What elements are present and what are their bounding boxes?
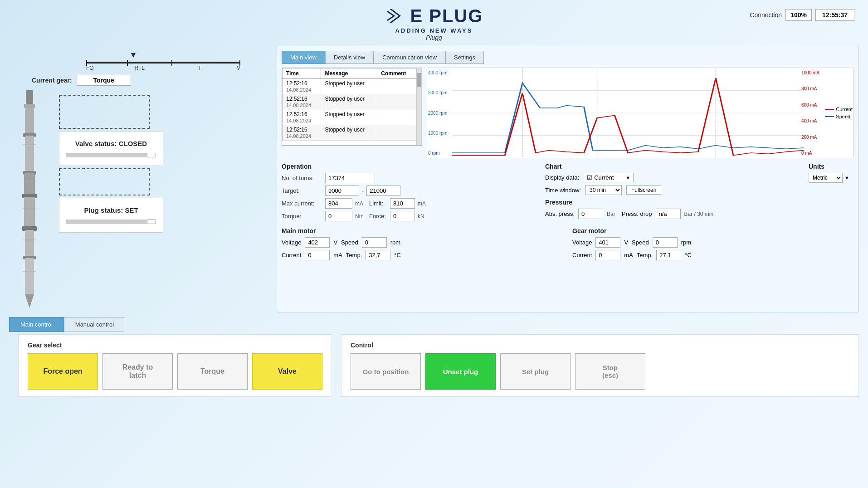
connection-time: 12:55:37 [815, 9, 854, 21]
target-label: Target: [282, 187, 322, 194]
eplug-logo-icon [385, 5, 408, 27]
limit-unit: mA [418, 200, 429, 207]
gear-motor-voltage-unit: V [624, 239, 628, 246]
svg-rect-2 [25, 108, 34, 136]
ctrl-btn-stop[interactable]: Stop(esc) [575, 353, 645, 390]
target-min-input[interactable] [325, 185, 359, 196]
gear-motor-voltage-input[interactable] [595, 237, 620, 248]
no-of-turns-input[interactable] [325, 173, 375, 183]
main-motor-temp-input[interactable] [366, 250, 390, 260]
logo-subtitle: Plugg [426, 34, 442, 41]
target-row: Target: - [282, 185, 536, 196]
log-cell-time: 12:52:1614.08.2024 [283, 110, 321, 125]
log-cell-comment [377, 79, 416, 95]
display-data-select[interactable]: ☑ Current ▼ [584, 173, 634, 182]
time-window-select[interactable]: 30 min [585, 185, 622, 195]
log-wrapper: Time Message Comment 12:52:1614.08.2024S… [282, 68, 422, 146]
main-motor-current-label: Current [282, 252, 301, 259]
gear-btn-valve[interactable]: Valve [252, 353, 322, 390]
logo-top: E PLUG [385, 5, 483, 27]
force-input[interactable] [390, 211, 415, 221]
gear-motor-voltage-label: Voltage [572, 239, 592, 246]
max-current-row: Max current: mA Limit: mA [282, 198, 536, 209]
content-area: Time Message Comment 12:52:1614.08.2024S… [282, 68, 854, 158]
tab-main-view[interactable]: Main view [282, 51, 325, 64]
operations-controls-area: Operation No. of turns: Target: - Max cu… [282, 163, 854, 224]
chart-y-left-1000: 1000 rpm [428, 131, 453, 136]
chart-display-row: Display data: ☑ Current ▼ [545, 173, 800, 182]
log-section: Time Message Comment 12:52:1614.08.2024S… [282, 68, 422, 158]
gear-label-fo: FO [86, 65, 94, 71]
force-unit: kN [418, 213, 429, 220]
svg-rect-0 [26, 90, 33, 104]
valve-status-title: Valve status: CLOSED [66, 140, 156, 147]
tab-settings[interactable]: Settings [445, 51, 484, 64]
display-data-checkbox-icon: ☑ [587, 174, 592, 181]
abs-press-input[interactable] [578, 209, 603, 219]
log-col-comment: Comment [377, 68, 416, 79]
legend-speed-line [825, 116, 834, 117]
ctrl-btn-unset-plug[interactable]: Unset plug [425, 353, 496, 390]
gear-motor-temp-label: Temp. [637, 252, 653, 259]
gear-btn-force-open[interactable]: Force open [28, 353, 98, 390]
tab-communication-view[interactable]: Communication view [374, 51, 445, 64]
main-motor-speed-input[interactable] [362, 237, 387, 248]
main-motor-temp-unit: °C [394, 252, 401, 259]
pressure-row: Abs. press. Bar Press. drop Bar / 30 min [545, 209, 800, 219]
svg-rect-12 [25, 258, 34, 294]
valve-status-bar-indicator [147, 153, 156, 157]
max-current-input[interactable] [325, 198, 352, 209]
main-motor-voltage-input[interactable] [305, 237, 330, 248]
torque-input[interactable] [325, 211, 352, 221]
target-max-input[interactable] [366, 185, 400, 196]
chart-y-right: 1000 mA 800 mA 600 mA 400 mA 200 mA 0 mA [801, 68, 826, 158]
gear-label-rtl: RTL [135, 65, 145, 71]
connection-pct: 100% [785, 9, 812, 21]
limit-label: Limit: [369, 200, 387, 207]
plug-diagram [16, 90, 43, 308]
logo-text: E PLUG [410, 6, 483, 26]
log-cell-message: Stopped by user [321, 79, 377, 95]
gear-btn-torque[interactable]: Torque [177, 353, 248, 390]
scrollbar-thumb[interactable] [417, 73, 421, 87]
limit-input[interactable] [390, 198, 415, 209]
tab-details-view[interactable]: Details view [325, 51, 374, 64]
control-title: Control [351, 342, 849, 349]
log-cell-time: 12:52:1614.08.2024 [283, 79, 321, 95]
fullscreen-button[interactable]: Fullscreen [626, 185, 661, 195]
gear-motor-current-unit: mA [624, 252, 633, 259]
log-cell-message: Stopped by user [321, 125, 377, 141]
gear-select-section: Gear select Force open Ready tolatch Tor… [18, 334, 332, 397]
ctrl-btn-set-plug[interactable]: Set plug [500, 353, 571, 390]
main-motor-fields: Voltage V Speed rpm [282, 237, 563, 248]
chart-y-right-200: 200 mA [801, 135, 826, 140]
main-motor-speed-unit: rpm [390, 239, 400, 246]
gear-label-t: T [198, 65, 201, 71]
bottom-tab-main-control[interactable]: Main control [9, 317, 64, 332]
gear-motor-current-input[interactable] [595, 250, 620, 260]
gear-buttons: Force open Ready tolatch Torque Valve [28, 353, 322, 390]
main-motor-current-input[interactable] [305, 250, 330, 260]
chart-container: 4000 rpm 3000 rpm 2000 rpm 1000 rpm 0 rp… [427, 68, 854, 158]
current-gear-row: Current gear: Torque [32, 75, 286, 86]
bottom-tab-manual-control[interactable]: Manual control [64, 317, 125, 332]
gear-btn-ready-to-latch[interactable]: Ready tolatch [102, 353, 173, 390]
log-col-time: Time [283, 68, 321, 79]
gear-motor-temp-input[interactable] [656, 250, 681, 260]
main-motor-voltage-label: Voltage [282, 239, 301, 246]
current-gear-label: Current gear: [32, 77, 72, 84]
press-drop-input[interactable] [656, 209, 681, 219]
display-data-arrow[interactable]: ▼ [625, 175, 630, 181]
main-motor-current-unit: mA [333, 252, 342, 259]
units-arrow[interactable]: ▼ [844, 175, 849, 181]
ctrl-btn-go-to-position[interactable]: Go to position [351, 353, 421, 390]
chart-pressure-section: Chart Display data: ☑ Current ▼ Time win… [545, 163, 800, 224]
log-scrollbar[interactable] [416, 68, 422, 145]
abs-press-label: Abs. press. [545, 210, 575, 217]
chart-y-left-3000: 3000 rpm [428, 90, 453, 95]
device-area: Valve status: CLOSED Plug status: SET [14, 90, 268, 308]
operation-section: Operation No. of turns: Target: - Max cu… [282, 163, 536, 224]
chart-y-left-2000: 2000 rpm [428, 111, 453, 116]
gear-motor-speed-input[interactable] [653, 237, 678, 248]
units-select[interactable]: Metric [809, 173, 843, 183]
